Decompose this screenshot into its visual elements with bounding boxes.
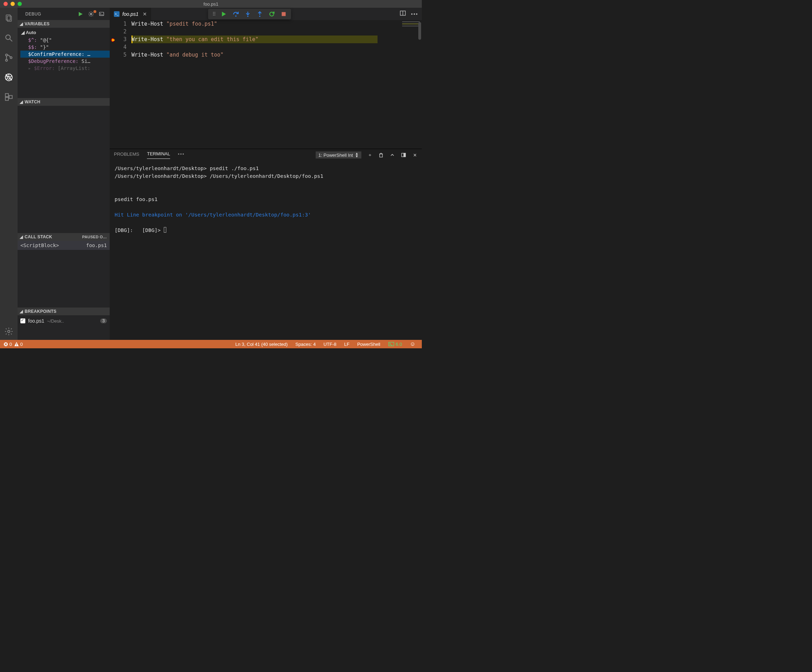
breakpoint-checkbox[interactable] <box>20 319 25 323</box>
variable-row[interactable]: $$: "}" <box>20 44 110 51</box>
close-panel-icon[interactable]: ✕ <box>412 152 418 158</box>
explorer-activity-icon[interactable] <box>0 10 17 27</box>
svg-point-4 <box>6 54 7 56</box>
selector-updown-icon: ▲▼ <box>355 152 358 158</box>
breakpoint-file: foo.ps1 <box>28 318 44 324</box>
line-number: 3 <box>117 36 126 43</box>
editor-scrollbar[interactable] <box>418 20 422 149</box>
step-over-icon[interactable] <box>233 11 239 17</box>
editor-tab-label: foo.ps1 <box>122 11 138 17</box>
powershell-file-icon: >_ <box>114 11 119 17</box>
code-token: Write-Host <box>131 21 166 27</box>
toggle-panel-layout-icon[interactable] <box>401 152 406 158</box>
chevron-down-icon: ◢ <box>20 309 23 314</box>
status-encoding[interactable]: UTF-8 <box>321 342 339 347</box>
zoom-window-button[interactable] <box>17 2 22 6</box>
continue-icon[interactable] <box>221 11 227 17</box>
debug-config-gear-icon[interactable] <box>88 11 94 17</box>
status-errors[interactable]: 0 <box>3 342 12 347</box>
settings-gear-icon[interactable] <box>0 323 17 340</box>
kill-terminal-icon[interactable] <box>378 152 384 158</box>
status-indentation[interactable]: Spaces: 4 <box>292 342 319 347</box>
status-warnings[interactable]: 0 <box>14 342 23 347</box>
step-out-icon[interactable] <box>257 11 263 17</box>
terminal-line: psedit ./foo.ps1 <box>210 165 259 171</box>
breakpoints-section-body: foo.ps1 ~/Desk.. 3 <box>17 315 110 326</box>
variable-name: $Error: <box>34 65 55 71</box>
panel-tab-terminal[interactable]: TERMINAL <box>147 151 170 159</box>
code-token: Write-Host <box>131 52 166 58</box>
variable-value: "}" <box>40 44 49 50</box>
terminal-output[interactable]: /Users/tylerleonhardt/Desktop> psedit ./… <box>110 161 422 340</box>
editor-group: >_ foo.ps1 ✕ ⠿ ••• <box>110 8 422 340</box>
variable-row[interactable]: ▸ $Error: [ArrayList: <box>20 65 110 72</box>
svg-point-5 <box>6 60 7 61</box>
watch-section-header[interactable]: ◢ WATCH <box>17 98 110 106</box>
step-into-icon[interactable] <box>245 11 251 17</box>
variable-row[interactable]: $ConfirmPreference: … <box>20 51 110 58</box>
svg-line-10 <box>6 76 7 77</box>
terminal-selector-label: 1: PowerShell Int <box>319 153 353 158</box>
line-number-gutter: 1 2 3 4 5 <box>117 20 131 149</box>
status-powershell-version[interactable]: 6.0 <box>385 342 405 347</box>
svg-rect-1 <box>7 16 12 21</box>
chevron-down-icon: ◢ <box>20 234 23 239</box>
terminal-line: psedit foo.ps1 <box>114 196 157 202</box>
search-activity-icon[interactable] <box>0 29 17 46</box>
svg-marker-22 <box>222 12 226 17</box>
debug-console-icon[interactable] <box>99 11 105 17</box>
status-warnings-count: 0 <box>20 342 22 347</box>
breakpoints-section-header[interactable]: ◢ BREAKPOINTS <box>17 307 110 315</box>
debug-activity-icon[interactable] <box>0 69 17 86</box>
new-terminal-icon[interactable]: ＋ <box>367 152 373 158</box>
variable-row[interactable]: $DebugPreference: Si… <box>20 58 110 65</box>
breakpoint-gutter[interactable] <box>110 20 117 149</box>
panel-tab-more-icon[interactable]: ••• <box>178 152 185 159</box>
status-eol[interactable]: LF <box>341 342 352 347</box>
status-errors-count: 0 <box>10 342 12 347</box>
stop-icon[interactable] <box>280 11 287 17</box>
status-language-mode[interactable]: PowerShell <box>354 342 383 347</box>
chevron-down-icon: ◢ <box>21 30 25 35</box>
close-window-button[interactable] <box>3 2 8 6</box>
debug-toolbar[interactable]: ⠿ <box>208 9 291 19</box>
variable-name: $ConfirmPreference: <box>28 51 84 57</box>
code-editor[interactable]: 1 2 3 4 5 Write-Host "psedit foo.ps1" Wr… <box>110 20 422 149</box>
code-area[interactable]: Write-Host "psedit foo.ps1" Write-Host "… <box>131 20 401 149</box>
stack-frame-name: <ScriptBlock> <box>20 242 59 248</box>
scm-activity-icon[interactable] <box>0 49 17 66</box>
extensions-activity-icon[interactable] <box>0 89 17 106</box>
panel-tab-problems[interactable]: PROBLEMS <box>114 152 139 159</box>
split-editor-icon[interactable] <box>400 10 406 17</box>
svg-marker-19 <box>79 12 83 16</box>
more-actions-icon[interactable]: ••• <box>411 11 418 17</box>
status-cursor-position[interactable]: Ln 3, Col 41 (40 selected) <box>232 342 290 347</box>
window-controls <box>3 2 22 6</box>
stack-frame-row[interactable]: <ScriptBlock> foo.ps1 <box>17 241 110 250</box>
maximize-panel-icon[interactable] <box>389 152 395 158</box>
terminal-line: Hit Line breakpoint on '/Users/tylerleon… <box>114 212 311 218</box>
svg-point-25 <box>247 15 249 17</box>
svg-point-20 <box>90 13 92 14</box>
svg-rect-33 <box>380 154 382 157</box>
svg-rect-0 <box>6 15 10 20</box>
variable-row[interactable]: $^: "@{" <box>20 37 110 44</box>
editor-tab[interactable]: >_ foo.ps1 ✕ <box>110 8 152 20</box>
breakpoint-row[interactable]: foo.ps1 ~/Desk.. 3 <box>20 317 107 325</box>
callstack-section-header[interactable]: ◢ CALL STACK PAUSED O… <box>17 233 110 241</box>
drag-handle-icon[interactable]: ⠿ <box>212 11 215 17</box>
variables-section-header[interactable]: ◢ VARIABLES <box>17 20 110 28</box>
restart-icon[interactable] <box>269 11 275 17</box>
window-titlebar: foo.ps1 <box>0 0 422 8</box>
breakpoint-current-icon[interactable] <box>111 37 116 42</box>
terminal-selector[interactable]: 1: PowerShell Int ▲▼ <box>316 152 362 159</box>
terminal-line: /Users/tylerleonhardt/Desktop> <box>114 165 210 171</box>
status-feedback-smiley-icon[interactable]: ☺ <box>407 341 418 347</box>
minimize-window-button[interactable] <box>10 2 15 6</box>
svg-rect-21 <box>99 12 104 15</box>
start-debugging-icon[interactable] <box>77 11 84 17</box>
variables-auto-scope[interactable]: ◢ Auto <box>20 29 110 37</box>
terminal-cursor <box>164 227 166 233</box>
close-tab-icon[interactable]: ✕ <box>143 11 147 17</box>
variable-name: $DebugPreference: <box>28 58 78 64</box>
